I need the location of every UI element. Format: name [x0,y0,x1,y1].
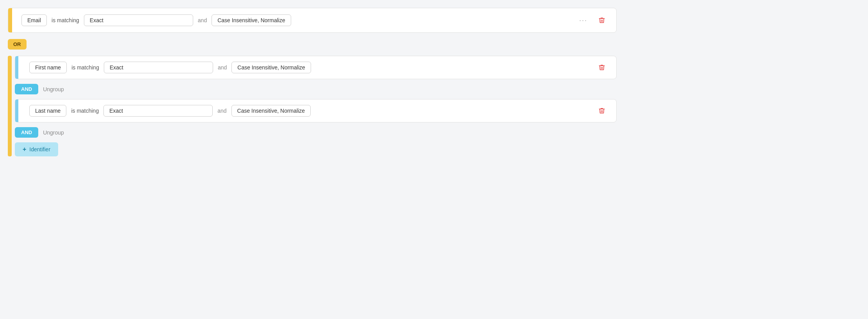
email-value-pill[interactable]: Exact [84,14,193,26]
lastname-operator-text: is matching [71,108,99,114]
firstname-blue-bar [15,56,18,79]
lastname-delete-button[interactable] [595,106,608,116]
ungroup-button-1[interactable]: Ungroup [43,85,64,94]
trash-icon [598,64,605,71]
lastname-blue-bar [15,99,18,122]
group-yellow-bar [8,56,12,156]
lastname-field-pill[interactable]: Last name [29,105,66,117]
and-ungroup-row-2: AND Ungroup [15,126,617,139]
add-identifier-label: Identifier [29,146,50,152]
firstname-value-pill[interactable]: Exact [104,62,213,73]
email-more-options-button[interactable]: ··· [576,15,591,26]
email-operator-text: is matching [52,17,79,23]
email-delete-button[interactable] [595,15,608,25]
ungroup-button-2[interactable]: Ungroup [43,128,64,137]
firstname-rule-row: First name is matching Exact and Case In… [15,56,617,79]
firstname-field-pill[interactable]: First name [29,62,67,73]
plus-icon: + [23,146,26,152]
lastname-options-pill[interactable]: Case Insensitive, Normalize [231,105,311,117]
group-section: First name is matching Exact and Case In… [8,56,617,156]
or-badge[interactable]: OR [8,39,27,50]
or-badge-row: OR [8,37,617,51]
email-rule-content: Email is matching Exact and Case Insensi… [21,14,608,26]
email-options-pill[interactable]: Case Insensitive, Normalize [212,14,291,26]
firstname-delete-button[interactable] [595,62,608,73]
email-and-text: and [198,17,207,23]
yellow-accent-bar [8,8,12,32]
firstname-rule-content: First name is matching Exact and Case In… [29,62,608,73]
lastname-value-pill[interactable]: Exact [103,105,213,117]
firstname-and-text: and [218,64,227,71]
trash-icon [598,107,605,114]
lastname-and-text: and [217,108,226,114]
group-inner: First name is matching Exact and Case In… [12,56,617,156]
rule-builder: Email is matching Exact and Case Insensi… [8,8,617,156]
firstname-operator-text: is matching [71,64,99,71]
firstname-options-pill[interactable]: Case Insensitive, Normalize [231,62,311,73]
email-field-pill[interactable]: Email [21,14,47,26]
lastname-rule-content: Last name is matching Exact and Case Ins… [29,105,608,117]
and-button-2[interactable]: AND [15,127,38,138]
and-button-1[interactable]: AND [15,84,38,94]
and-ungroup-row-1: AND Ungroup [15,82,617,96]
email-rule-row: Email is matching Exact and Case Insensi… [8,8,617,33]
lastname-rule-row: Last name is matching Exact and Case Ins… [15,99,617,122]
trash-icon [598,17,605,24]
add-identifier-button[interactable]: + Identifier [15,142,58,156]
